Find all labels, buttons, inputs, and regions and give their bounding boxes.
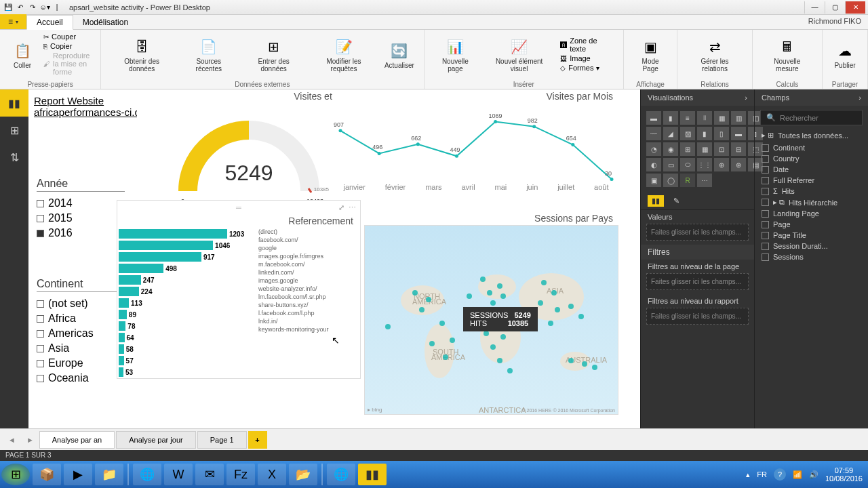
map-dot[interactable] <box>497 283 502 289</box>
taskbar-chrome-2[interactable]: 🌐 <box>327 464 355 485</box>
bar-row[interactable]: 64 <box>119 332 253 343</box>
textbox-button[interactable]: 🅰 Zone de texte <box>557 36 618 54</box>
copy-button[interactable]: ⎘ Copier <box>41 41 95 51</box>
taskbar-filezilla[interactable]: Fz <box>226 464 255 485</box>
map-dot[interactable] <box>487 290 492 296</box>
slicer-continent[interactable]: Continent (not set)AfricaAmericasAsiaEur… <box>37 278 125 386</box>
map-dot[interactable] <box>419 307 425 312</box>
new-visual-button[interactable]: 📈Nouvel élément visuel <box>482 35 556 74</box>
more-options-icon[interactable]: ⋯ <box>349 203 356 211</box>
network-icon[interactable]: 📶 <box>793 470 802 479</box>
search-input[interactable]: 🔍 Rechercher <box>760 110 863 125</box>
redo-icon[interactable]: ↷ <box>27 2 38 13</box>
maximize-icon[interactable]: ▢ <box>825 1 845 14</box>
map-dot[interactable] <box>439 321 445 326</box>
help-icon[interactable]: ? <box>774 468 786 481</box>
file-menu[interactable]: ≡ <box>0 14 26 29</box>
lang-indicator[interactable]: FR <box>757 470 767 479</box>
map-dot[interactable] <box>548 321 553 326</box>
map-dot[interactable] <box>490 300 496 306</box>
map-dot[interactable] <box>582 361 587 367</box>
collapse-icon[interactable]: › <box>859 94 861 102</box>
gauge-visual[interactable]: 5249 0 10385 10498 <box>167 103 330 205</box>
tab-accueil[interactable]: Accueil <box>26 15 73 30</box>
slicer-continent-item[interactable]: Asia <box>37 341 125 356</box>
bar-row[interactable]: 89 <box>119 309 253 320</box>
map-dot[interactable] <box>538 300 543 306</box>
add-page-button[interactable]: + <box>248 431 267 449</box>
taskbar-app-3[interactable]: 📁 <box>95 464 123 485</box>
map-dot[interactable] <box>578 314 584 319</box>
format-tab-icon[interactable]: ✎ <box>669 195 684 207</box>
enter-data-button[interactable]: ⊞Entrer des données <box>240 35 307 74</box>
line-chart[interactable]: 907496662449106998265430 janvierfévrierm… <box>334 103 618 191</box>
fields-tab-icon[interactable]: ▮▮ <box>648 195 664 207</box>
bar-row[interactable]: 113 <box>119 298 253 308</box>
taskbar-app-1[interactable]: 📦 <box>33 464 61 485</box>
map-dot[interactable] <box>467 293 472 299</box>
next-page-icon[interactable]: ► <box>21 433 39 447</box>
image-button[interactable]: 🖼 Image <box>557 54 618 63</box>
map-dot[interactable] <box>592 365 597 370</box>
report-view-icon[interactable]: ▮▮ <box>0 89 28 117</box>
field-item[interactable]: Page Title <box>755 230 868 241</box>
map-dot[interactable] <box>443 354 448 360</box>
field-item[interactable]: Continent <box>755 142 868 153</box>
edit-queries-button[interactable]: 📝Modifier les requêtes <box>309 35 379 74</box>
bar-row[interactable]: 498 <box>119 263 253 274</box>
taskbar-app-2[interactable]: ▶ <box>64 464 92 485</box>
report-link-2[interactable]: africaperformances-ci.com <box>34 106 154 118</box>
taskbar-outlook[interactable]: ✉ <box>195 464 224 485</box>
start-button[interactable]: ⊞ <box>1 464 30 485</box>
tab-modelisation[interactable]: Modélisation <box>73 16 138 29</box>
slicer-continent-item[interactable]: Africa <box>37 311 125 326</box>
values-drop[interactable]: Faites glisser ici les champs... <box>646 224 749 241</box>
new-measure-button[interactable]: 🖩Nouvelle mesure <box>758 35 816 74</box>
field-item[interactable]: Page <box>755 219 868 230</box>
page-view-button[interactable]: ▣Mode Page <box>629 35 672 74</box>
slicer-year-item[interactable]: 2016 <box>37 226 125 241</box>
map-dot[interactable] <box>500 293 506 299</box>
page-tab-2[interactable]: Analyse par jour <box>116 431 196 449</box>
prev-page-icon[interactable]: ◄ <box>3 433 21 447</box>
report-filter-drop[interactable]: Faites glisser ici les champs... <box>646 308 749 325</box>
map-dot[interactable] <box>551 290 557 296</box>
map-dot[interactable] <box>500 334 506 340</box>
map-dot[interactable] <box>507 368 513 373</box>
field-item[interactable]: ▸ ⧉ Hits Hiérarchie <box>755 197 868 208</box>
shapes-button[interactable]: ◇ Formes ▾ <box>557 63 618 73</box>
visual-handle-icon[interactable]: ═ <box>236 203 241 211</box>
slicer-year-item[interactable]: 2014 <box>37 196 125 211</box>
slicer-annee[interactable]: Année 201420152016 <box>37 178 125 241</box>
focus-mode-icon[interactable]: ⤢ <box>338 203 344 211</box>
map-dot[interactable] <box>484 331 489 336</box>
collapse-icon[interactable]: › <box>745 94 747 102</box>
report-canvas[interactable]: Report Website africaperformances-ci.com… <box>28 89 640 428</box>
bar-row[interactable]: 247 <box>119 274 253 285</box>
field-item[interactable]: Session Durati... <box>755 241 868 251</box>
manage-relations-button[interactable]: ⇄Gérer les relations <box>683 35 746 74</box>
map-dot[interactable] <box>385 324 391 329</box>
bar-chart-visual[interactable]: ═ ⤢ ⋯ Referencement 12031046917498247224… <box>117 200 361 379</box>
field-item[interactable]: Full Referrer <box>755 175 868 186</box>
map-dot[interactable] <box>480 277 486 282</box>
tray-up-icon[interactable]: ▴ <box>746 470 750 479</box>
taskbar-chrome[interactable]: 🌐 <box>133 464 161 485</box>
slicer-continent-item[interactable]: Oceania <box>37 371 125 386</box>
bar-row[interactable]: 57 <box>119 355 253 366</box>
map-visual[interactable]: NORTH AMERICA SOUTH AMERICA ASIA AUSTRAL… <box>364 225 618 415</box>
field-item[interactable]: Σ Hits <box>755 186 868 197</box>
recent-sources-button[interactable]: 📄Sources récentes <box>178 35 239 74</box>
map-dot[interactable] <box>568 304 574 309</box>
slicer-year-item[interactable]: 2015 <box>37 211 125 226</box>
save-icon[interactable]: 💾 <box>3 2 14 13</box>
map-dot[interactable] <box>568 358 574 363</box>
model-view-icon[interactable]: ⇅ <box>0 144 28 171</box>
page-tab-1[interactable]: Analyse par an <box>39 431 115 449</box>
map-dot[interactable] <box>541 280 547 285</box>
slicer-continent-item[interactable]: Americas <box>37 326 125 341</box>
volume-icon[interactable]: 🔊 <box>809 470 818 479</box>
new-page-button[interactable]: 📊Nouvelle page <box>430 35 481 74</box>
field-item[interactable]: Sessions <box>755 251 868 262</box>
map-dot[interactable] <box>412 290 418 296</box>
